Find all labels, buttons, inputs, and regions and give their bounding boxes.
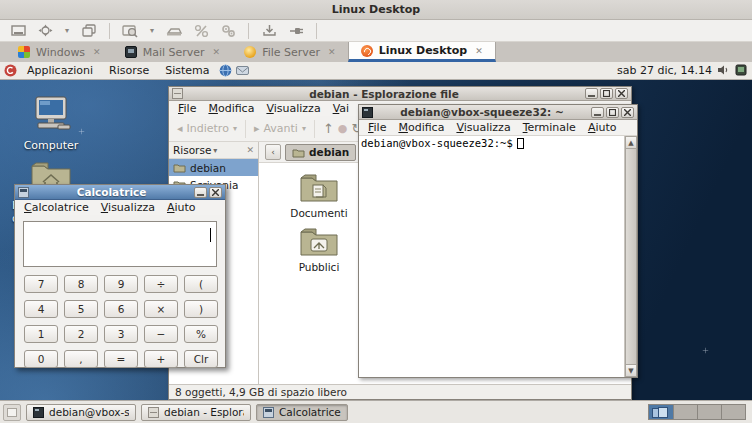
calc-button-subtract[interactable]: − — [144, 325, 178, 343]
tab-file-server[interactable]: File Server ✕ — [232, 42, 348, 62]
tab-linux-desktop[interactable]: Linux Desktop ✕ — [348, 42, 496, 62]
scrollbar-thumb[interactable] — [625, 149, 637, 364]
calc-button-add[interactable]: + — [144, 350, 178, 368]
terminal-screen[interactable]: debian@vbox-squeeze32:~$ — [359, 136, 624, 377]
menu-modifica[interactable]: Modifica — [203, 102, 259, 115]
close-icon[interactable] — [621, 107, 634, 118]
minimize-icon[interactable] — [591, 107, 604, 118]
printer-icon[interactable] — [164, 22, 184, 40]
pathbar-current-button[interactable]: debian — [285, 144, 356, 161]
terminal-scrollbar[interactable]: ▲ ▼ — [624, 136, 637, 377]
calc-button-2[interactable]: 2 — [64, 325, 98, 343]
calculator-display[interactable] — [23, 221, 217, 267]
tab-close-icon[interactable]: ✕ — [93, 47, 101, 57]
calc-button-equals[interactable]: = — [104, 350, 138, 368]
file-manager-titlebar[interactable]: debian - Esplorazione file — [169, 87, 631, 101]
pathbar-collapse-button[interactable]: ‹ — [265, 144, 281, 160]
forward-button[interactable]: ▸ Avanti ▾ — [254, 122, 306, 135]
menu-terminale[interactable]: Terminale — [518, 121, 581, 134]
close-icon[interactable] — [209, 187, 222, 198]
calc-button-6[interactable]: 6 — [104, 300, 138, 318]
calc-button-percent[interactable]: % — [184, 325, 218, 343]
menu-applicazioni[interactable]: Applicazioni — [21, 64, 99, 77]
tab-close-icon[interactable]: ✕ — [213, 47, 221, 57]
mail-launcher-icon[interactable] — [236, 64, 249, 77]
menu-visualizza[interactable]: Visualizza — [261, 102, 325, 115]
calc-button-multiply[interactable]: × — [144, 300, 178, 318]
menu-modifica[interactable]: Modifica — [393, 121, 449, 134]
scroll-down-icon[interactable]: ▼ — [625, 364, 637, 377]
menu-aiuto[interactable]: Aiuto — [583, 121, 622, 134]
menu-aiuto[interactable]: Aiuto — [162, 201, 201, 214]
file-item-documenti[interactable]: Documenti — [284, 171, 354, 219]
menu-sistema[interactable]: Sistema — [159, 64, 215, 77]
calc-button-close-paren[interactable]: ) — [184, 300, 218, 318]
maximize-icon[interactable] — [600, 88, 613, 99]
tab-close-icon[interactable]: ✕ — [328, 47, 336, 57]
taskbar-button-file-manager[interactable]: debian - Esplorazion... — [141, 404, 251, 421]
up-button[interactable]: ↑ — [323, 121, 334, 136]
menu-file[interactable]: File — [363, 121, 391, 134]
maximize-icon[interactable] — [606, 107, 619, 118]
stop-button[interactable]: ● — [338, 122, 348, 135]
tab-windows[interactable]: Windows ✕ — [6, 42, 113, 62]
sidebar-close-icon[interactable]: ✕ — [246, 145, 254, 155]
workspace-2[interactable] — [673, 405, 697, 419]
desktop-icon-computer[interactable]: Computer — [12, 96, 90, 152]
screenshot-chevron-icon[interactable]: ▾ — [147, 26, 157, 35]
sidebar-header[interactable]: Risorse ▾ ✕ — [169, 142, 258, 159]
taskbar-button-calculator[interactable]: Calcolatrice — [256, 404, 348, 421]
volume-icon[interactable] — [717, 64, 730, 77]
workspace-1[interactable] — [649, 405, 673, 419]
calculator-titlebar[interactable]: Calcolatrice — [15, 185, 225, 200]
minimize-icon[interactable] — [194, 187, 207, 198]
calc-button-clear[interactable]: Clr — [184, 350, 218, 368]
workspace-4[interactable] — [721, 405, 745, 419]
menu-risorse[interactable]: Risorse — [103, 64, 155, 77]
calc-button-8[interactable]: 8 — [64, 275, 98, 293]
forward-chevron-icon[interactable]: ▾ — [302, 124, 306, 133]
calc-button-9[interactable]: 9 — [104, 275, 138, 293]
display-tray-icon[interactable] — [735, 64, 748, 77]
taskbar-button-terminal[interactable]: debian@vbox-squee... — [26, 404, 136, 421]
back-chevron-icon[interactable]: ▾ — [233, 124, 237, 133]
sidebar-chevron-icon[interactable]: ▾ — [213, 146, 217, 155]
calc-button-open-paren[interactable]: ( — [184, 275, 218, 293]
terminal-titlebar[interactable]: debian@vbox-squeeze32: ~ — [359, 105, 637, 120]
file-item-pubblici[interactable]: Pubblici — [284, 225, 354, 273]
menu-vai[interactable]: Vai — [328, 102, 354, 115]
panel-clock[interactable]: sab 27 dic, 14.14 — [617, 64, 712, 77]
show-desktop-button[interactable] — [3, 404, 21, 421]
menu-calcolatrice[interactable]: Calcolatrice — [19, 201, 94, 214]
debian-menu-icon[interactable] — [4, 64, 17, 77]
calc-button-0[interactable]: 0 — [24, 350, 58, 368]
screenshot-icon[interactable] — [120, 22, 140, 40]
calc-button-1[interactable]: 1 — [24, 325, 58, 343]
menu-file[interactable]: File — [173, 102, 201, 115]
close-icon[interactable] — [615, 88, 628, 99]
minimize-icon[interactable] — [585, 88, 598, 99]
calc-button-7[interactable]: 7 — [24, 275, 58, 293]
back-button[interactable]: ◂ Indietro ▾ — [177, 122, 237, 135]
tab-mail-server[interactable]: Mail Server ✕ — [113, 42, 232, 62]
power-plug-icon[interactable] — [286, 22, 306, 40]
shortcuts-icon[interactable] — [191, 22, 211, 40]
usb-redirect-icon[interactable] — [259, 22, 279, 40]
menu-visualizza[interactable]: Visualizza — [451, 121, 515, 134]
calc-button-divide[interactable]: ÷ — [144, 275, 178, 293]
sidebar-item-debian[interactable]: debian — [169, 159, 258, 176]
navigation-chevron-icon[interactable]: ▾ — [62, 26, 72, 35]
calc-button-5[interactable]: 5 — [64, 300, 98, 318]
clone-windows-icon[interactable] — [79, 22, 99, 40]
fullscreen-icon[interactable] — [8, 22, 28, 40]
menu-visualizza[interactable]: Visualizza — [96, 201, 160, 214]
scroll-up-icon[interactable]: ▲ — [625, 136, 637, 149]
browser-globe-icon[interactable] — [219, 64, 232, 77]
calc-button-decimal[interactable]: , — [64, 350, 98, 368]
navigation-icon[interactable] — [35, 22, 55, 40]
workspace-3[interactable] — [697, 405, 721, 419]
calc-button-4[interactable]: 4 — [24, 300, 58, 318]
gears-icon[interactable] — [218, 22, 238, 40]
tab-close-icon[interactable]: ✕ — [475, 46, 483, 56]
calc-button-3[interactable]: 3 — [104, 325, 138, 343]
